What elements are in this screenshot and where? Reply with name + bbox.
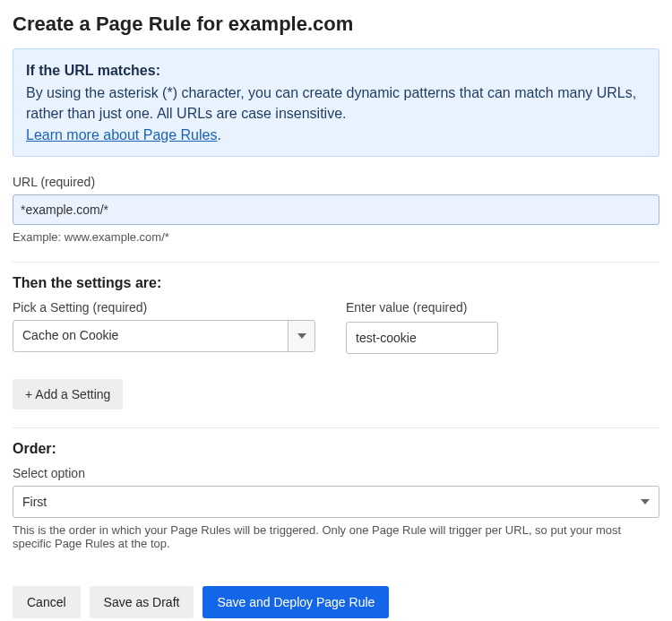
divider xyxy=(13,262,659,263)
save-deploy-button[interactable]: Save and Deploy Page Rule xyxy=(202,586,389,618)
pick-setting-label: Pick a Setting (required) xyxy=(13,300,315,315)
info-body: By using the asterisk (*) character, you… xyxy=(26,82,646,124)
enter-value-label: Enter value (required) xyxy=(346,300,498,315)
setting-value-input[interactable] xyxy=(346,322,498,354)
save-draft-button[interactable]: Save as Draft xyxy=(90,586,194,618)
caret-down-icon xyxy=(297,333,306,339)
order-heading: Order: xyxy=(13,441,659,457)
divider xyxy=(13,427,659,428)
settings-heading: Then the settings are: xyxy=(13,275,659,291)
url-label: URL (required) xyxy=(13,175,659,189)
url-input[interactable] xyxy=(13,194,659,225)
pick-setting-caret-button[interactable] xyxy=(288,321,314,351)
info-period: . xyxy=(217,127,220,142)
cancel-button[interactable]: Cancel xyxy=(13,586,81,618)
info-box: If the URL matches: By using the asteris… xyxy=(13,48,659,157)
order-select[interactable]: First xyxy=(13,486,659,518)
learn-more-link[interactable]: Learn more about Page Rules xyxy=(26,127,217,142)
caret-down-icon xyxy=(641,499,650,505)
pick-setting-selected: Cache on Cookie xyxy=(13,321,288,351)
info-heading: If the URL matches: xyxy=(26,60,646,81)
footer-buttons: Cancel Save as Draft Save and Deploy Pag… xyxy=(13,586,659,618)
page-title: Create a Page Rule for example.com xyxy=(13,13,659,36)
url-example: Example: www.example.com/* xyxy=(13,230,659,244)
pick-setting-select[interactable]: Cache on Cookie xyxy=(13,320,315,352)
add-setting-button[interactable]: + Add a Setting xyxy=(13,379,123,410)
order-help: This is the order in which your Page Rul… xyxy=(13,523,659,550)
order-select-label: Select option xyxy=(13,466,659,480)
order-selected: First xyxy=(22,495,633,509)
